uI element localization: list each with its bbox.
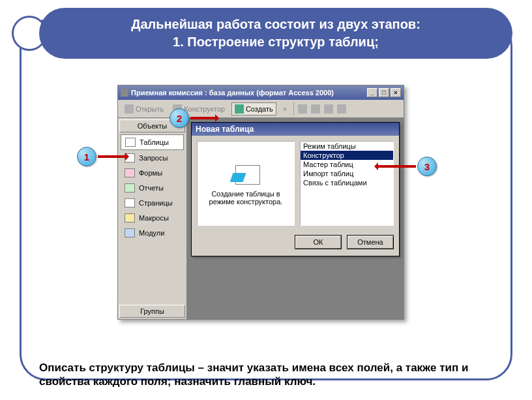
- sidebar-item-pages[interactable]: Страницы: [121, 196, 184, 210]
- dialog-option[interactable]: Связь с таблицами: [301, 178, 393, 187]
- tables-icon: [125, 138, 136, 147]
- view-list-icon[interactable]: [324, 104, 333, 114]
- access-window: Приемная комиссия : база данных (формат …: [117, 85, 404, 320]
- callout-2: 2: [170, 108, 189, 128]
- view-large-icon[interactable]: [298, 104, 307, 114]
- sidebar-item-forms[interactable]: Формы: [121, 166, 184, 180]
- reports-icon: [125, 183, 135, 192]
- minimize-button[interactable]: _: [367, 88, 377, 97]
- dialog-option[interactable]: Режим таблицы: [301, 142, 393, 151]
- toolbar-separator: [293, 102, 294, 115]
- sidebar: Объекты ТаблицыЗапросыФормыОтчетыСтраниц…: [118, 118, 187, 319]
- modules-icon: [125, 228, 135, 238]
- cancel-button[interactable]: Отмена: [347, 235, 394, 249]
- dialog-options-list[interactable]: Режим таблицыКонструкторМастер таблицИмп…: [300, 141, 394, 226]
- slide-caption: Описать структуру таблицы – значит указа…: [39, 361, 506, 389]
- ok-button[interactable]: ОК: [295, 235, 342, 249]
- sidebar-item-label: Модули: [139, 229, 164, 237]
- callout-1: 1: [77, 147, 96, 166]
- sidebar-item-label: Страницы: [139, 199, 173, 207]
- view-small-icon[interactable]: [311, 104, 320, 114]
- sidebar-item-label: Таблицы: [140, 138, 169, 146]
- title-line2: 1. Построение структур таблиц;: [39, 33, 512, 51]
- title-line1: Дальнейшая работа состоит из двух этапов…: [39, 16, 512, 33]
- new-table-dialog: Новая таблица Создание таблицы в режиме …: [191, 122, 400, 256]
- toolbar-create[interactable]: Создать: [231, 102, 276, 115]
- app-icon: [121, 89, 128, 97]
- dialog-title: Новая таблица: [192, 123, 399, 136]
- sidebar-item-reports[interactable]: Отчеты: [121, 181, 184, 195]
- sidebar-item-label: Формы: [139, 169, 162, 177]
- sidebar-item-modules[interactable]: Модули: [121, 226, 184, 240]
- dialog-option[interactable]: Импорт таблиц: [301, 169, 393, 178]
- sidebar-item-macros[interactable]: Макросы: [121, 211, 184, 225]
- create-icon: [235, 104, 244, 114]
- toolbar: Открыть Конструктор Создать ×: [118, 100, 404, 118]
- view-details-icon[interactable]: [337, 104, 346, 114]
- sidebar-item-label: Отчеты: [139, 184, 164, 192]
- constructor-icon: [231, 161, 260, 185]
- slide-title: Дальнейшая работа состоит из двух этапов…: [39, 8, 512, 59]
- macros-icon: [125, 213, 135, 223]
- close-button[interactable]: ×: [391, 88, 401, 97]
- sidebar-items: ТаблицыЗапросыФормыОтчетыСтраницыМакросы…: [118, 134, 186, 241]
- dialog-option[interactable]: Конструктор: [301, 151, 393, 160]
- window-titlebar: Приемная комиссия : база данных (формат …: [118, 85, 404, 100]
- main-area: Новая таблица Создание таблицы в режиме …: [187, 118, 404, 319]
- window-title: Приемная комиссия : база данных (формат …: [131, 89, 334, 97]
- sidebar-header-groups[interactable]: Группы: [119, 305, 185, 318]
- pages-icon: [125, 198, 135, 208]
- maximize-button[interactable]: □: [379, 88, 389, 97]
- open-icon: [125, 104, 134, 114]
- sidebar-item-label: Макросы: [139, 214, 169, 222]
- sidebar-item-tables[interactable]: Таблицы: [121, 134, 184, 150]
- dialog-description: Создание таблицы в режиме конструктора.: [201, 190, 290, 206]
- callout-3: 3: [417, 157, 437, 176]
- toolbar-open[interactable]: Открыть: [122, 103, 166, 115]
- sidebar-item-label: Запросы: [139, 154, 168, 162]
- toolbar-delete[interactable]: ×: [280, 104, 289, 114]
- dialog-preview: Создание таблицы в режиме конструктора.: [197, 141, 295, 226]
- forms-icon: [125, 168, 135, 177]
